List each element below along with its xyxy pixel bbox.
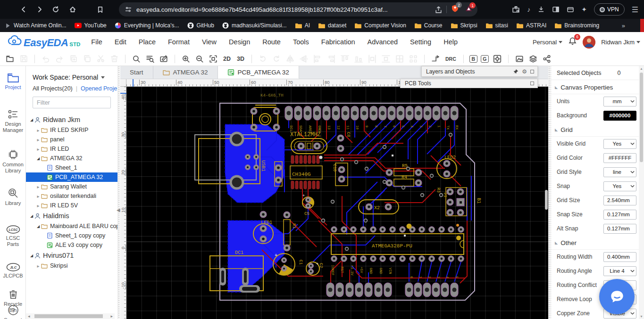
bookmark-item[interactable]: madhasuki/Simulasi... <box>222 22 287 29</box>
tree-project[interactable]: ▸IR LED <box>26 144 117 154</box>
section-grid[interactable]: ◣ Grid <box>551 123 644 137</box>
grid-size-input[interactable]: 2.540mm <box>603 196 636 205</box>
brave-shield-icon[interactable]: 2 <box>451 4 459 15</box>
section-canvas-properties[interactable]: ◣ Canvas Properties <box>551 81 644 94</box>
view-2d-button[interactable]: 2D <box>222 56 232 62</box>
undo-icon[interactable] <box>41 54 51 64</box>
tree-schematic[interactable]: Sheet_1 <box>26 163 117 172</box>
menu-help[interactable]: Help <box>437 35 464 49</box>
leo-ai-icon[interactable]: ✦ <box>581 6 587 13</box>
bookmark-folder[interactable]: sitasi <box>485 22 508 29</box>
units-select[interactable]: mm <box>603 97 636 106</box>
view-3d-button[interactable]: 3D <box>235 56 246 62</box>
tree-project[interactable]: ▸panel <box>26 135 117 144</box>
downloads-icon[interactable] <box>537 6 545 13</box>
distribute-vertical-icon[interactable] <box>381 54 391 64</box>
inspector-scrollbar[interactable]: ▲ ▼ <box>639 66 644 319</box>
sidebar-item-project[interactable]: Project <box>0 73 26 90</box>
bookmark-item[interactable]: Everything | Molca's... <box>115 22 179 29</box>
forward-icon[interactable] <box>34 4 45 15</box>
menu-route[interactable]: Route <box>256 35 287 49</box>
menu-advanced[interactable]: Advanced <box>361 35 404 49</box>
align-grid-icon[interactable] <box>394 54 405 64</box>
tab-schematic-project[interactable]: ATMEGA 32 <box>153 66 218 79</box>
tree-project[interactable]: ▸Skripsi <box>26 261 117 270</box>
fit-view-icon[interactable] <box>208 54 218 64</box>
origin-icon[interactable] <box>492 54 502 64</box>
search-icon[interactable] <box>131 54 142 64</box>
menu-format[interactable]: Format <box>162 35 196 49</box>
bookmark-item[interactable]: GitHub <box>187 22 214 29</box>
tab-start[interactable]: Start <box>120 66 153 79</box>
cut-icon[interactable] <box>95 54 106 64</box>
user-menu[interactable]: Ridwan Jkm <box>601 39 640 46</box>
bottom-header-pads[interactable] <box>326 283 458 297</box>
tree-pcb-selected[interactable]: PCB_ATMEGA 32 <box>26 172 117 182</box>
bookmark-folder[interactable]: ASTRAI <box>516 22 546 29</box>
canvas-scroll-thumb[interactable] <box>545 190 548 210</box>
all-projects-link[interactable]: All Projects(20) <box>33 85 73 92</box>
tree-user[interactable]: ◢Hvirus071 <box>26 250 117 261</box>
align-top-icon[interactable] <box>340 54 350 64</box>
media-icon[interactable]: ♪ <box>527 6 530 13</box>
rotate-cw-icon[interactable] <box>271 54 282 64</box>
scroll-thumb[interactable] <box>640 73 643 162</box>
scroll-left-icon[interactable]: ◂ <box>28 313 30 319</box>
tree-schematic[interactable]: Sheet_1 copy copy <box>26 231 117 240</box>
layers-objects-panel[interactable]: Layers and Objects ⚙ <box>421 66 538 77</box>
bookmark-folder[interactable]: Computer Vision <box>354 22 406 29</box>
save-icon[interactable] <box>18 54 29 64</box>
sidebar-item-jlcpcb[interactable]: JLC JLCPCB <box>0 263 26 279</box>
find-similar-icon[interactable] <box>145 54 155 64</box>
scroll-right-icon[interactable]: ▸ <box>110 313 113 319</box>
pcb-canvas-area[interactable]: + + + <box>120 79 548 319</box>
menu-file[interactable]: File <box>85 35 108 49</box>
align-bottom-icon[interactable] <box>353 54 364 64</box>
scroll-up-icon[interactable]: ▲ <box>639 67 644 70</box>
menu-place[interactable]: Place <box>133 35 162 49</box>
visible-grid-select[interactable]: Yes <box>603 139 636 149</box>
menu-tools[interactable]: Tools <box>287 35 315 49</box>
address-bar[interactable]: easyeda.com/editor#id=9ce6886e7b454cd495… <box>119 2 477 16</box>
tree-project[interactable]: ▸IR LED SKRIP <box>26 125 117 135</box>
route-corner-icon[interactable] <box>430 54 441 64</box>
flip-vertical-icon[interactable] <box>299 54 309 64</box>
routing-angle-select[interactable]: Line 4 <box>603 266 636 276</box>
tab-pcb[interactable]: PCB_ATMEGA 32 <box>218 66 299 79</box>
align-right-icon[interactable] <box>326 54 336 64</box>
sidebar-item-design-manager[interactable]: Design Manager <box>0 109 26 133</box>
pcb-tools-panel[interactable]: PCB Tools <box>400 79 538 88</box>
align-left-icon[interactable] <box>312 54 323 64</box>
tree-user[interactable]: ◢Ridwan Jkm <box>26 114 117 125</box>
zoom-out-icon[interactable] <box>194 54 205 64</box>
alt-snap-input[interactable]: 0.127mm <box>603 224 636 234</box>
bookmark-folder[interactable]: dataset <box>318 22 346 29</box>
share-network-icon[interactable] <box>542 54 552 64</box>
sidebar-icon[interactable] <box>552 6 560 13</box>
new-project-icon[interactable] <box>5 54 15 64</box>
project-panel-hscrollbar[interactable]: ◂ ▸ <box>26 313 115 319</box>
grid-style-select[interactable]: line <box>603 167 636 177</box>
avatar[interactable] <box>583 36 595 49</box>
grid-color-swatch[interactable]: #FFFFFF <box>603 153 636 163</box>
scroll-thumb[interactable] <box>34 314 103 318</box>
group-icon[interactable] <box>408 54 418 64</box>
bookmark-folder[interactable]: Skripsi <box>451 22 477 29</box>
redo-icon[interactable] <box>54 54 65 64</box>
browser-menu-icon[interactable]: ☰ <box>632 5 638 14</box>
gear-icon[interactable]: ⚙ <box>522 68 527 75</box>
url-text[interactable]: easyeda.com/editor#id=9ce6886e7b454cd495… <box>136 6 431 13</box>
tree-user[interactable]: ◢Halidmis <box>26 210 117 221</box>
sidebar-item-support[interactable]: ? Support <box>0 304 26 319</box>
collapse-panel-icon[interactable] <box>530 82 534 85</box>
tree-pcb[interactable]: ALE v3 copy copy <box>26 240 117 250</box>
back-icon[interactable] <box>18 4 29 15</box>
collapse-panel-icon[interactable] <box>530 70 534 74</box>
notifications-bell-icon[interactable]: 6 <box>568 37 577 48</box>
photo-view-icon[interactable] <box>514 54 525 64</box>
scroll-down-icon[interactable]: ▼ <box>639 315 644 318</box>
tree-project[interactable]: ▸Sarang Wallet <box>26 182 117 191</box>
menu-setting[interactable]: Setting <box>404 35 437 49</box>
paste-icon[interactable] <box>82 54 92 64</box>
bookmark-icon[interactable] <box>94 4 106 15</box>
